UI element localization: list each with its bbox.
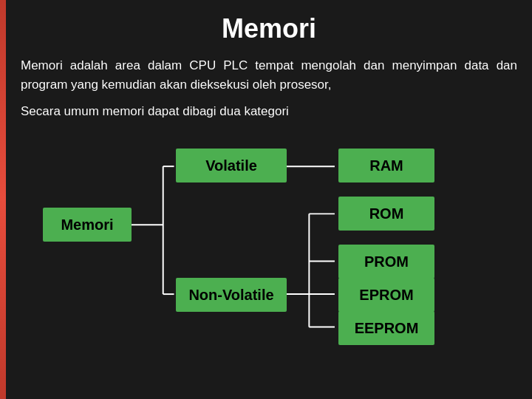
box-volatile: Volatile [176, 149, 287, 183]
main-content: Memori Memori adalah area dalam CPU PLC … [13, 0, 532, 399]
sub-heading: Secara umum memori dapat dibagi dua kate… [21, 104, 517, 119]
page-title: Memori [21, 13, 517, 44]
left-accent-bar [0, 0, 6, 399]
box-eprom: EPROM [338, 278, 434, 312]
box-rom: ROM [338, 197, 434, 231]
box-non-volatile: Non-Volatile [176, 278, 287, 312]
intro-paragraph: Memori adalah area dalam CPU PLC tempat … [21, 56, 517, 94]
box-eeprom: EEPROM [338, 311, 434, 345]
memory-diagram: Memori Volatile Non-Volatile RAM ROM PRO… [21, 134, 517, 341]
box-memori: Memori [43, 208, 132, 242]
box-prom: PROM [338, 245, 434, 279]
box-ram: RAM [338, 149, 434, 183]
